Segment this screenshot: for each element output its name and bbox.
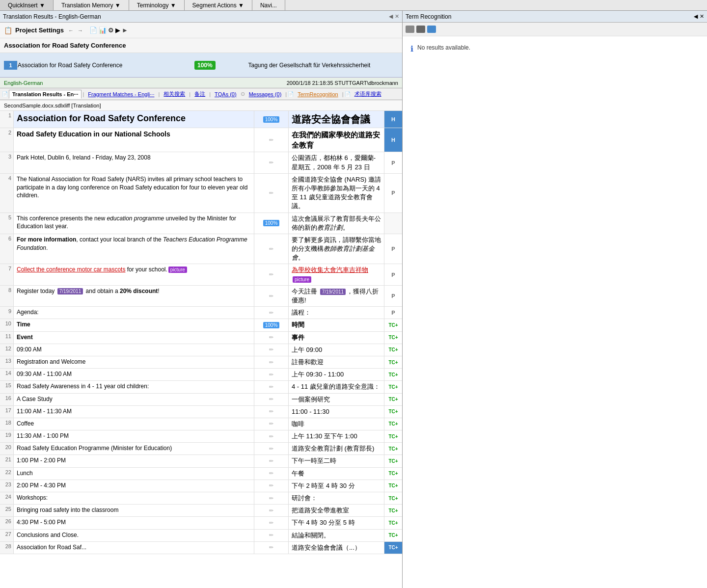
pencil-icon[interactable]: ✏	[269, 458, 273, 464]
row-source[interactable]: The National Association for Road Safety…	[14, 174, 254, 213]
icon-doc[interactable]: 📄	[89, 27, 97, 34]
term-icon-3[interactable]	[427, 26, 436, 33]
row-source[interactable]: 09:30 AM - 11:00 AM	[14, 369, 254, 380]
tab-messages[interactable]: Messages (0)	[246, 90, 285, 98]
row-source[interactable]: 1:00 PM - 2:00 PM	[14, 455, 254, 467]
tab-fragment-matches[interactable]: Fragment Matches - Engli···	[85, 90, 157, 98]
row-source[interactable]: 2:00 PM - 4:30 PM	[14, 480, 254, 492]
tab-related-search[interactable]: 相关搜索	[161, 89, 188, 99]
term-icon-2[interactable]	[416, 26, 425, 33]
row-source[interactable]: 09:00 AM	[14, 344, 254, 356]
pencil-icon[interactable]: ✏	[269, 421, 273, 427]
pencil-icon[interactable]: ✏	[269, 433, 273, 440]
pencil-icon[interactable]: ✏	[269, 384, 273, 390]
row-target[interactable]: 這次會議展示了教育部長夫年公佈的新的教育計劃。	[289, 213, 384, 234]
row-target[interactable]: 下午 2 時至 4 時 30 分	[289, 480, 384, 492]
segment-actions-menu[interactable]: Segment Actions ▼	[185, 0, 252, 10]
row-source[interactable]: 11:00 AM - 11:30 AM	[14, 406, 254, 418]
panel-close-icon[interactable]: ✕	[395, 13, 399, 20]
row-source[interactable]: Registration and Welcome	[14, 356, 254, 368]
row-target[interactable]: 在我們的國家學校的道路安全教育	[289, 128, 384, 152]
pencil-icon[interactable]: ✏	[269, 160, 273, 166]
row-target[interactable]: 上午 09:30 - 11:00	[289, 369, 384, 380]
row-source[interactable]: Road Safety Education Programme (Ministe…	[14, 443, 254, 454]
row-source[interactable]: Association for Road Saf...	[14, 542, 254, 554]
icon-expand[interactable]: ►	[122, 27, 128, 34]
pencil-icon[interactable]: ✏	[269, 495, 273, 502]
icon-settings[interactable]: ⚙	[108, 27, 114, 34]
translation-memory-menu[interactable]: Translation Memory ▼	[54, 0, 129, 10]
right-panel-pin-icon[interactable]: ◀	[694, 13, 698, 20]
row-target[interactable]: 道路安全協會會議	[289, 111, 384, 128]
tab-translation-results[interactable]: Translation Results - En···	[9, 90, 82, 99]
row-target[interactable]: 事件	[289, 332, 384, 344]
pencil-icon[interactable]: ✏	[269, 137, 273, 143]
term-icon-1[interactable]	[406, 26, 414, 33]
row-source[interactable]: Conclusions and Close.	[14, 530, 254, 541]
navi-menu[interactable]: Navi...	[252, 0, 285, 10]
row-source[interactable]: Collect the conference motor car mascots…	[14, 264, 254, 285]
tab-tqa[interactable]: TQAs (0)	[212, 90, 240, 98]
row-target[interactable]: 為學校收集大會汽車吉祥物picture	[289, 264, 384, 285]
row-target[interactable]: 結論和關閉。	[289, 530, 384, 541]
quickinsert-menu[interactable]: QuickInsert ▼	[0, 0, 54, 10]
row-source[interactable]: Event	[14, 332, 254, 344]
icon-play[interactable]: ▶	[115, 27, 120, 34]
row-target[interactable]: 午餐	[289, 468, 384, 480]
row-target[interactable]: 下午 4 時 30 分至 5 時	[289, 517, 384, 529]
tab-notes[interactable]: 备注	[191, 89, 208, 99]
pencil-icon[interactable]: ✏	[269, 359, 273, 366]
row-target[interactable]: 註冊和歡迎	[289, 356, 384, 368]
pencil-icon[interactable]: ✏	[269, 408, 273, 415]
row-target[interactable]: 公園酒店，都柏林 6，愛爾蘭-星期五，2008 年 5 月 23 日	[289, 152, 384, 173]
row-target[interactable]: 研討會：	[289, 492, 384, 504]
terminology-menu[interactable]: Terminology ▼	[129, 0, 185, 10]
row-source[interactable]: Agenda:	[14, 307, 254, 319]
right-panel-close-icon[interactable]: ✕	[700, 13, 704, 20]
row-source[interactable]: This conference presents the new educati…	[14, 213, 254, 234]
pencil-icon[interactable]: ✏	[269, 520, 273, 526]
row-target[interactable]: 道路安全協會會議（...）	[289, 542, 384, 554]
pencil-icon[interactable]: ✏	[269, 246, 273, 252]
pencil-icon[interactable]: ✏	[269, 347, 273, 353]
row-source[interactable]: For more information, contact your local…	[14, 234, 254, 264]
row-target[interactable]: 全國道路安全協會 (NARS) 邀請所有小學教師參加為期一天的 4 至 11 歲…	[289, 174, 384, 213]
row-target[interactable]: 今天註冊 7/19/2011，獲得八折優惠!	[289, 286, 384, 306]
row-source[interactable]: Time	[14, 319, 254, 331]
row-target[interactable]: 時間	[289, 319, 384, 331]
pencil-icon[interactable]: ✏	[269, 482, 273, 489]
pencil-icon[interactable]: ✏	[269, 532, 273, 538]
row-source[interactable]: Park Hotel, Dublin 6, Ireland - Friday, …	[14, 152, 254, 173]
nav-forward[interactable]: →	[76, 27, 84, 34]
row-source[interactable]: Bringing road safety into the classroom	[14, 505, 254, 516]
row-source[interactable]: A Case Study	[14, 394, 254, 405]
row-target[interactable]: 4 - 11 歲兒童的道路安全意識：	[289, 381, 384, 393]
row-target[interactable]: 要了解更多資訊，請聯繫你當地的分支機構教師教育計劃基金會。	[289, 234, 384, 264]
pencil-icon[interactable]: ✏	[269, 271, 273, 278]
tab-term-recognition[interactable]: TermRecognition	[295, 90, 341, 98]
panel-pin-icon[interactable]: ◀	[389, 13, 393, 20]
pencil-icon[interactable]: ✏	[269, 334, 273, 341]
row-source[interactable]: Coffee	[14, 418, 254, 430]
pencil-icon[interactable]: ✏	[269, 372, 273, 378]
row-target[interactable]: 下午一時至二時	[289, 455, 384, 467]
row-target[interactable]: 上午 09:00	[289, 344, 384, 356]
row-source[interactable]: Register today 7/19/2011 and obtain a 20…	[14, 286, 254, 306]
row-target[interactable]: 上午 11:30 至下午 1:00	[289, 430, 384, 442]
pencil-icon[interactable]: ✏	[269, 446, 273, 452]
row-source[interactable]: Lunch	[14, 468, 254, 480]
nav-back[interactable]: ←	[67, 27, 75, 34]
icon-chart[interactable]: 📊	[99, 27, 107, 34]
row-source[interactable]: 11:30 AM - 1:00 PM	[14, 430, 254, 442]
pencil-icon[interactable]: ✏	[269, 293, 273, 299]
row-target[interactable]: 11:00 - 11:30	[289, 406, 384, 418]
row-source[interactable]: Association for Road Safety Conference	[14, 111, 254, 128]
row-source[interactable]: Workshops:	[14, 492, 254, 504]
row-source[interactable]: Road Safety Education in our National Sc…	[14, 128, 254, 152]
tab-term-search[interactable]: 术语库搜索	[352, 89, 384, 99]
row-target[interactable]: 把道路安全帶進教室	[289, 505, 384, 516]
pencil-icon[interactable]: ✏	[269, 470, 273, 477]
row-source[interactable]: 4:30 PM - 5:00 PM	[14, 517, 254, 529]
pencil-icon[interactable]: ✏	[269, 508, 273, 514]
row-target[interactable]: 道路安全教育計劃 (教育部長)	[289, 443, 384, 454]
